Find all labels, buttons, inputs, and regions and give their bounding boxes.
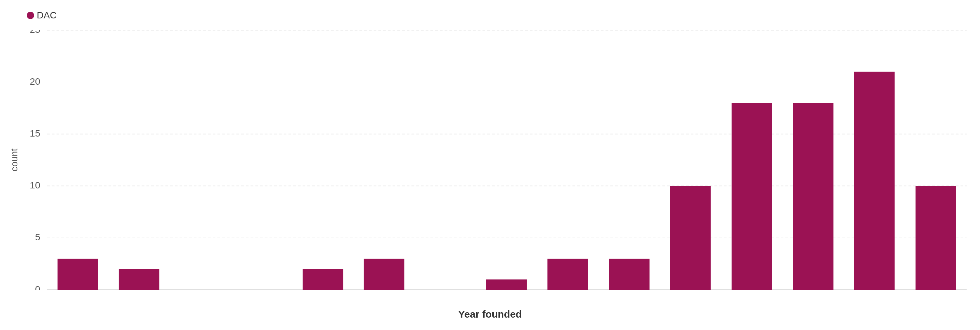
- bar-2009: [57, 259, 98, 290]
- x-axis-label-container: Year founded: [0, 309, 980, 320]
- bar-2021: [793, 103, 833, 290]
- bar-2019: [670, 186, 711, 290]
- chart-svg: 25 20 15 10 5 0: [27, 30, 967, 290]
- chart-plot-area: 25 20 15 10 5 0: [27, 30, 967, 290]
- y-tick-0: 0: [35, 284, 40, 290]
- y-tick-20: 20: [30, 76, 40, 87]
- bar-2016: [486, 279, 527, 290]
- y-tick-5: 5: [35, 232, 40, 242]
- bar-2023: [915, 186, 956, 290]
- legend-label: DAC: [37, 10, 57, 21]
- bar-2017: [547, 259, 588, 290]
- bar-2010: [119, 269, 159, 290]
- bar-2014: [364, 259, 404, 290]
- bar-2013: [303, 269, 343, 290]
- chart-legend: DAC: [27, 10, 57, 21]
- y-tick-15: 15: [30, 128, 40, 139]
- x-axis-label: Year founded: [458, 309, 522, 320]
- y-tick-25: 25: [30, 30, 40, 35]
- bar-2022: [854, 72, 894, 290]
- y-axis-label: count: [9, 148, 20, 172]
- bar-2018: [609, 259, 649, 290]
- legend-dot: [27, 12, 34, 19]
- chart-container: DAC count 25 20 15 10: [0, 0, 980, 330]
- bar-2020: [732, 103, 772, 290]
- y-tick-10: 10: [30, 180, 40, 190]
